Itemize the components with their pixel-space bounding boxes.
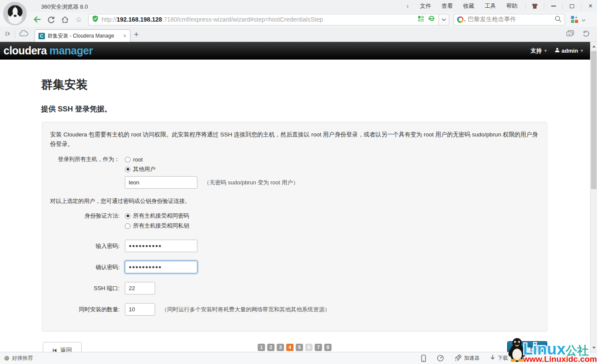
menu-view[interactable]: 查看 bbox=[441, 2, 453, 10]
home-icon[interactable] bbox=[58, 13, 72, 25]
step-2: 2 bbox=[267, 344, 275, 351]
refresh-icon[interactable] bbox=[44, 13, 58, 25]
scroll-down-icon[interactable] bbox=[591, 343, 597, 352]
support-menu[interactable]: 支持▼ bbox=[530, 47, 548, 55]
scroll-up-icon[interactable] bbox=[591, 42, 597, 51]
tab-close-icon[interactable]: × bbox=[123, 33, 127, 39]
search-icon[interactable] bbox=[554, 15, 562, 24]
divider bbox=[544, 2, 544, 10]
other-user-hint: （无密码 sudo/pbrun 变为 root 用户） bbox=[204, 176, 298, 189]
browser-tabbar: C 群集安装 - Cloudera Manage × + bbox=[0, 27, 597, 42]
address-dropdown-icon[interactable] bbox=[439, 14, 449, 25]
page-subtitle: 提供 SSH 登录凭据。 bbox=[41, 104, 590, 114]
confirm-password-input[interactable] bbox=[125, 261, 197, 273]
radio-same-password-icon[interactable] bbox=[125, 213, 130, 219]
haosou-logo-icon bbox=[4, 356, 9, 361]
download-button[interactable]: 下载 bbox=[490, 355, 508, 362]
scrollbar-thumb[interactable] bbox=[591, 51, 597, 189]
menu-favorites[interactable]: 收藏 bbox=[463, 2, 474, 10]
page-scrollbar[interactable] bbox=[590, 42, 597, 352]
auth-method-row: 身份验证方法: 所有主机接受相同密码 所有主机接受相同私钥 bbox=[50, 211, 538, 231]
step-8: 8 bbox=[324, 344, 332, 351]
address-bar[interactable]: http://192.168.198.128:7180/cmf/express-… bbox=[88, 14, 439, 25]
person-icon bbox=[555, 47, 560, 54]
wizard-page: 群集安装 提供 SSH 登录凭据。 安装 Cloudera 包需要有主机的 ro… bbox=[0, 60, 590, 352]
user-avatar[interactable] bbox=[3, 2, 27, 25]
ssh-port-label: SSH 端口: bbox=[50, 282, 125, 294]
user-menu[interactable]: admin▼ bbox=[555, 47, 584, 54]
password-row: 输入密码: bbox=[50, 240, 538, 252]
browser-tab-active[interactable]: C 群集安装 - Cloudera Manage × bbox=[35, 29, 130, 42]
search-engine-caret-icon[interactable]: ▾ bbox=[464, 19, 466, 23]
ssh-port-input[interactable] bbox=[125, 282, 155, 294]
url-text[interactable]: http://192.168.198.128:7180/cmf/express-… bbox=[102, 16, 418, 23]
login-as-label: 登录到所有主机，作为： bbox=[50, 155, 125, 189]
tab-title: 群集安装 - Cloudera Manage bbox=[48, 32, 121, 40]
cloud-sync-icon[interactable] bbox=[19, 30, 29, 39]
new-tab-button[interactable]: + bbox=[134, 30, 139, 38]
page-title: 群集安装 bbox=[41, 77, 590, 92]
mobile-phone-icon[interactable] bbox=[421, 355, 426, 362]
wizard-step-indicator: 1 2 3 4 5 6 7 8 bbox=[258, 344, 332, 351]
search-input[interactable] bbox=[468, 16, 554, 23]
skin-theme-icon[interactable] bbox=[528, 0, 541, 12]
auth-note: 对以上选定的用户，您可通过密码或公钥身份验证连接。 bbox=[50, 197, 538, 205]
sidebar-toggle-icon[interactable] bbox=[4, 30, 11, 39]
download-arrow-icon bbox=[490, 355, 495, 362]
step-1: 1 bbox=[258, 344, 265, 351]
menu-tools[interactable]: 工具 bbox=[485, 2, 496, 10]
back-icon[interactable] bbox=[30, 13, 44, 25]
auth-method-label: 身份验证方法: bbox=[50, 211, 125, 231]
radio-same-key-icon[interactable] bbox=[125, 223, 130, 229]
favorite-star-icon[interactable]: ☆ bbox=[72, 13, 86, 25]
divider bbox=[581, 2, 581, 10]
other-user-input[interactable] bbox=[125, 176, 197, 189]
radio-option-same-password[interactable]: 所有主机接受相同密码 bbox=[125, 211, 189, 221]
speed-mode-icon[interactable] bbox=[428, 15, 435, 24]
search-engine-logo-icon[interactable] bbox=[457, 16, 464, 23]
tab-list-icon[interactable] bbox=[566, 30, 575, 39]
radio-option-other-user[interactable]: 其他用户 bbox=[125, 165, 298, 174]
radio-option-same-key[interactable]: 所有主机接受相同私钥 bbox=[125, 221, 189, 231]
password-label: 输入密码: bbox=[50, 240, 125, 252]
reopen-closed-tab-icon[interactable] bbox=[582, 30, 590, 39]
divider bbox=[562, 2, 563, 10]
menu-file[interactable]: 文件 bbox=[420, 2, 431, 10]
window-close-button[interactable]: × bbox=[584, 0, 597, 12]
window-maximize-button[interactable] bbox=[565, 0, 578, 12]
password-input[interactable] bbox=[125, 240, 197, 252]
browser-statusbar: 好搜推荐 加速器 下载 bbox=[0, 352, 597, 364]
credentials-panel: 安装 Cloudera 包需要有主机的 root 访问权限。此安装程序将通过 S… bbox=[42, 122, 547, 332]
step-5: 5 bbox=[296, 344, 303, 351]
radio-root-icon[interactable] bbox=[125, 157, 130, 162]
radio-other-user-icon[interactable] bbox=[125, 167, 130, 172]
search-bar[interactable]: ▾ bbox=[454, 14, 565, 25]
parallel-install-row: 同时安装的数量: （同时运行多个安装时将耗费大量的网络带宽和其他其他系统资源） bbox=[50, 303, 538, 316]
parallel-install-hint: （同时运行多个安装时将耗费大量的网络带宽和其他其他系统资源） bbox=[162, 303, 330, 316]
speed-test-icon[interactable] bbox=[437, 355, 444, 362]
app-launcher-icon[interactable]: + bbox=[571, 16, 578, 23]
browser-toolbar: ☆ http://192.168.198.128:7180/cmf/expres… bbox=[0, 12, 597, 27]
parallel-install-input[interactable] bbox=[125, 303, 155, 316]
intro-text: 安装 Cloudera 包需要有主机的 root 访问权限。此安装程序将通过 S… bbox=[50, 130, 538, 149]
accelerator-button[interactable]: 加速器 bbox=[454, 354, 480, 363]
browser-titlebar: 360安全浏览器 8.0 › 文件 查看 收藏 工具 帮助 × bbox=[0, 0, 597, 12]
chevron-down-icon: ▼ bbox=[543, 48, 548, 53]
menu-help[interactable]: 帮助 bbox=[506, 2, 518, 10]
qrcode-icon[interactable] bbox=[418, 16, 424, 24]
ssh-port-row: SSH 端口: bbox=[50, 282, 538, 294]
cloudera-favicon: C bbox=[38, 33, 45, 39]
cloudera-manager-logo[interactable]: clouderamanager bbox=[3, 44, 93, 57]
haosou-recommend[interactable]: 好搜推荐 bbox=[4, 352, 33, 364]
secure-shield-icon[interactable] bbox=[92, 15, 98, 24]
menu-collapse-icon[interactable]: › bbox=[406, 3, 409, 9]
divider bbox=[15, 31, 15, 38]
radio-option-root[interactable]: root bbox=[125, 155, 298, 165]
step-6: 6 bbox=[305, 344, 313, 351]
window-minimize-button[interactable] bbox=[547, 0, 560, 12]
app-launcher-caret-icon[interactable] bbox=[581, 16, 586, 23]
browser-menubar: › 文件 查看 收藏 工具 帮助 × bbox=[406, 0, 597, 12]
parallel-install-label: 同时安装的数量: bbox=[50, 303, 125, 316]
flag-report-icon[interactable] bbox=[518, 355, 524, 362]
dog-avatar-image bbox=[3, 2, 27, 25]
